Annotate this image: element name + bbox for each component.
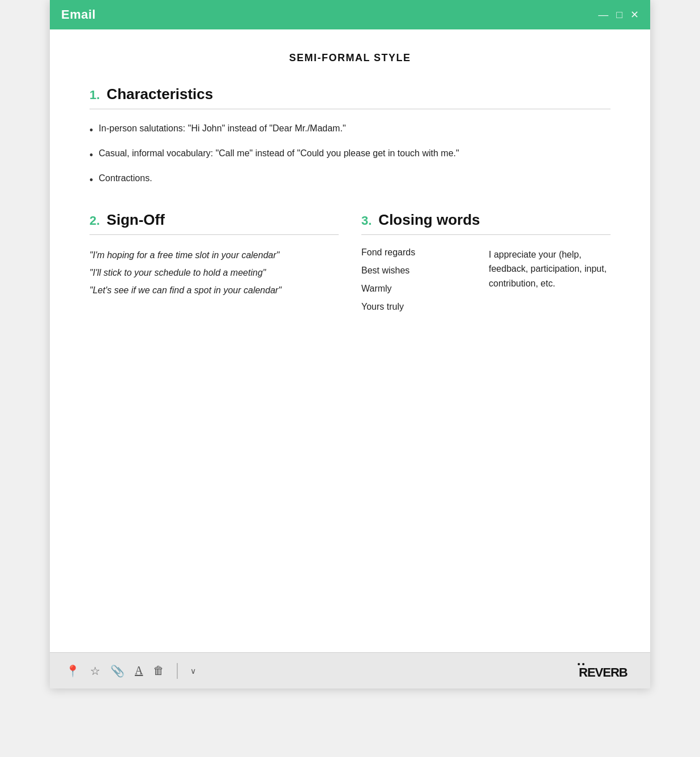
delete-icon[interactable]: 🗑: [153, 664, 164, 677]
text-format-icon[interactable]: A: [135, 664, 143, 677]
section-signoff: 2. Sign-Off "I'm hoping for a free time …: [89, 211, 339, 312]
closing-word-4: Yours truly: [361, 302, 483, 312]
attachment-icon[interactable]: 📎: [110, 664, 125, 678]
star-icon[interactable]: ☆: [90, 664, 100, 678]
svg-text:REVERB: REVERB: [579, 665, 628, 679]
section1-divider: [89, 109, 611, 109]
section3-number: 3.: [361, 213, 372, 228]
section1-header: 1. Characteristics: [89, 85, 611, 103]
bullet-icon: •: [89, 148, 93, 164]
content-area: SEMI-FORMAL STYLE 1. Characteristics • I…: [50, 29, 650, 652]
section-characteristics: 1. Characteristics • In-person salutatio…: [89, 85, 611, 189]
bullet-text: Contractions.: [99, 172, 152, 186]
reverb-logo-svg: REVERB: [578, 661, 634, 681]
closing-word-1: Fond regards: [361, 247, 483, 258]
main-title: SEMI-FORMAL STYLE: [89, 52, 611, 64]
bullet-icon: •: [89, 123, 93, 139]
section3-divider: [361, 234, 611, 235]
section3-header: 3. Closing words: [361, 211, 611, 229]
closing-grid: Fond regards Best wishes Warmly Yours tr…: [361, 247, 611, 312]
window-controls: — □ ✕: [598, 8, 639, 21]
footer-bar: 📍 ☆ 📎 A 🗑 ∨ REVERB: [50, 652, 650, 688]
bullet-icon: •: [89, 173, 93, 189]
section2-header: 2. Sign-Off: [89, 211, 339, 229]
window-title: Email: [61, 7, 96, 22]
section3-title: Closing words: [378, 211, 480, 229]
svg-point-2: [582, 663, 584, 665]
reverb-logo: REVERB: [578, 661, 634, 681]
titlebar: Email — □ ✕: [50, 0, 650, 29]
svg-point-1: [578, 663, 580, 665]
signoff-item-3: "Let's see if we can find a spot in your…: [89, 283, 339, 298]
two-column-sections: 2. Sign-Off "I'm hoping for a free time …: [89, 211, 611, 312]
section1-number: 1.: [89, 88, 100, 102]
close-button[interactable]: ✕: [630, 8, 639, 21]
list-item: • Casual, informal vocabulary: "Call me"…: [89, 147, 611, 164]
bullet-text: In-person salutations: "Hi John" instead…: [99, 122, 345, 136]
section2-divider: [89, 234, 339, 235]
closing-word-2: Best wishes: [361, 266, 483, 276]
characteristics-list: • In-person salutations: "Hi John" inste…: [89, 122, 611, 189]
closing-desc-text: I appreciate your (help, feedback, parti…: [489, 247, 611, 291]
location-icon[interactable]: 📍: [66, 664, 80, 678]
list-item: • In-person salutations: "Hi John" inste…: [89, 122, 611, 139]
footer-icons: 📍 ☆ 📎 A 🗑 ∨: [66, 663, 196, 679]
signoff-item-2: "I'll stick to your schedule to hold a m…: [89, 265, 339, 280]
closing-words-list: Fond regards Best wishes Warmly Yours tr…: [361, 247, 483, 312]
section2-number: 2.: [89, 213, 100, 228]
closing-word-3: Warmly: [361, 284, 483, 294]
section-closing: 3. Closing words Fond regards Best wishe…: [361, 211, 611, 312]
footer-divider: [177, 663, 178, 679]
signoff-item-1: "I'm hoping for a free time slot in your…: [89, 247, 339, 263]
more-options-button[interactable]: ∨: [190, 666, 196, 675]
app-window: Email — □ ✕ SEMI-FORMAL STYLE 1. Charact…: [50, 0, 650, 688]
maximize-button[interactable]: □: [616, 9, 622, 21]
minimize-button[interactable]: —: [598, 9, 608, 21]
closing-description: I appreciate your (help, feedback, parti…: [489, 247, 611, 312]
bullet-text: Casual, informal vocabulary: "Call me" i…: [99, 147, 459, 161]
section2-title: Sign-Off: [106, 211, 165, 229]
list-item: • Contractions.: [89, 172, 611, 189]
section1-title: Characteristics: [106, 85, 213, 103]
